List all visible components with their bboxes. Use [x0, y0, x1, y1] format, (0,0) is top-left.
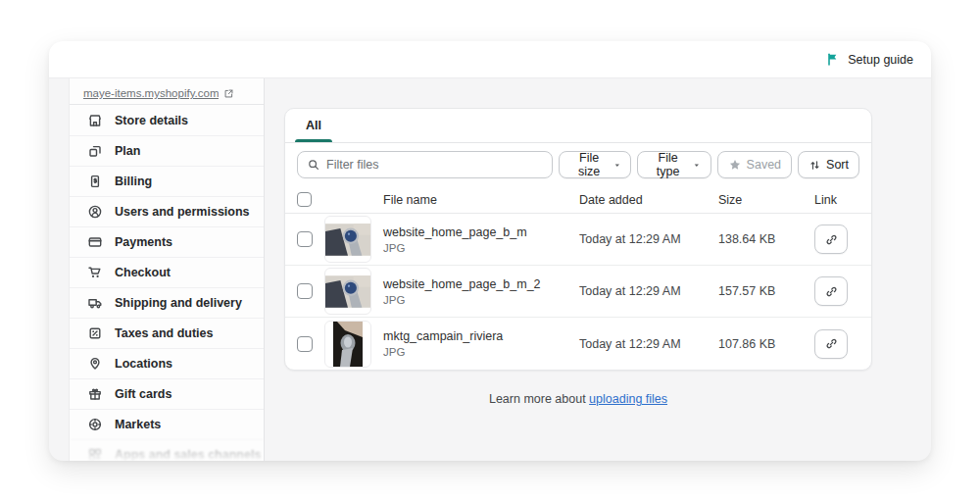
sidebar-item-label: Apps and sales channels — [115, 448, 261, 461]
tab-all-label: All — [306, 119, 321, 132]
copy-link-button[interactable] — [814, 276, 848, 306]
file-thumbnail-jewelry[interactable] — [324, 321, 371, 368]
top-bar: Setup guide — [49, 41, 931, 78]
sidebar-item-gift-cards[interactable]: Gift cards — [70, 378, 264, 409]
file-size: 157.57 KB — [718, 284, 814, 298]
tab-all[interactable]: All — [295, 109, 332, 142]
chevron-down-icon — [613, 161, 621, 170]
sidebar-item-label: Users and permissions — [115, 205, 250, 219]
file-size-label: File size — [569, 151, 608, 178]
date-added: Today at 12:29 AM — [579, 284, 718, 298]
row-checkbox[interactable] — [297, 283, 313, 299]
billing-icon — [87, 174, 103, 189]
store-domain-link[interactable]: maye-items.myshopify.com — [83, 87, 219, 99]
copy-link-button[interactable] — [814, 225, 848, 254]
gift-icon — [87, 386, 103, 402]
sidebar-item-taxes-duties[interactable]: Taxes and duties — [70, 318, 264, 348]
external-link-icon — [223, 88, 234, 99]
file-type-label: File type — [648, 151, 687, 178]
credit-card-icon — [87, 234, 103, 250]
file-size: 107.86 KB — [718, 337, 814, 351]
files-tabs: All — [285, 109, 871, 143]
workspace: maye-items.myshopify.com Store details — [49, 78, 931, 461]
table-row[interactable]: mktg_campain_riviera JPG Today at 12:29 … — [285, 318, 871, 370]
link-icon — [824, 232, 839, 247]
file-name: mktg_campain_riviera — [383, 329, 571, 343]
page: Setup guide maye-items.myshopify.com S — [0, 0, 980, 499]
row-checkbox[interactable] — [297, 336, 313, 352]
sidebar-item-label: Gift cards — [115, 387, 172, 401]
apps-icon — [87, 447, 103, 461]
percent-icon — [87, 325, 103, 341]
col-size: Size — [718, 193, 814, 207]
cart-icon — [87, 265, 103, 280]
sidebar-item-label: Billing — [115, 175, 152, 188]
sidebar-item-label: Store details — [115, 114, 188, 127]
sidebar-item-plan[interactable]: Plan — [70, 135, 264, 166]
file-type-filter-button[interactable]: File type — [637, 151, 710, 178]
sidebar-item-label: Payments — [115, 235, 172, 249]
file-type: JPG — [383, 294, 571, 306]
footer-help-text: Learn more about uploading files — [284, 392, 872, 406]
col-date-added: Date added — [579, 193, 718, 207]
sidebar-item-label: Locations — [115, 357, 172, 371]
file-name: website_home_page_b_m — [383, 225, 571, 239]
date-added: Today at 12:29 AM — [579, 337, 718, 351]
col-link: Link — [814, 193, 859, 207]
sidebar-item-label: Checkout — [115, 266, 171, 279]
saved-filters-button[interactable]: Saved — [717, 151, 792, 178]
copy-link-button[interactable] — [814, 329, 848, 359]
setup-guide-label: Setup guide — [848, 53, 913, 67]
sidebar-item-users-permissions[interactable]: Users and permissions — [70, 196, 264, 226]
sidebar-item-billing[interactable]: Billing — [70, 166, 264, 196]
jewelry-photo — [333, 322, 363, 367]
table-header: File name Date added Size Link — [285, 186, 871, 214]
search-icon — [307, 158, 320, 172]
sidebar-item-label: Taxes and duties — [115, 326, 214, 340]
footer-text: Learn more about — [489, 392, 589, 406]
sort-button[interactable]: Sort — [798, 151, 859, 178]
filter-toolbar: File size File type Saved — [285, 143, 871, 186]
file-thumbnail-wristwatch[interactable] — [324, 268, 371, 315]
select-all-checkbox[interactable] — [297, 192, 312, 207]
sidebar-item-payments[interactable]: Payments — [70, 226, 264, 257]
star-icon — [728, 158, 742, 172]
sort-label: Sort — [826, 158, 849, 172]
col-file-name: File name — [383, 193, 579, 207]
file-thumbnail-wristwatch[interactable] — [324, 216, 371, 263]
files-panel: All File size File type — [284, 108, 872, 371]
wristwatch-photo — [325, 224, 370, 256]
sidebar-item-locations[interactable]: Locations — [70, 348, 264, 378]
uploading-files-link[interactable]: uploading files — [589, 392, 667, 406]
flag-icon — [826, 52, 841, 67]
truck-icon — [87, 295, 103, 311]
sidebar-item-label: Plan — [115, 144, 140, 158]
admin-window: Setup guide maye-items.myshopify.com S — [49, 41, 931, 461]
file-size: 138.64 KB — [718, 232, 814, 246]
file-size-filter-button[interactable]: File size — [559, 151, 631, 178]
link-icon — [824, 336, 839, 351]
file-type: JPG — [383, 242, 571, 254]
filter-files-input[interactable] — [326, 158, 543, 172]
table-row[interactable]: website_home_page_b_m_2 JPG Today at 12:… — [285, 266, 871, 318]
plan-icon — [87, 143, 103, 159]
globe-icon — [87, 417, 103, 432]
sidebar-item-label: Shipping and delivery — [115, 296, 242, 310]
filter-files-searchbox[interactable] — [297, 151, 553, 178]
link-icon — [824, 284, 839, 299]
pin-icon — [87, 356, 103, 372]
row-checkbox[interactable] — [297, 231, 313, 247]
settings-nav: Store details Plan Billing — [70, 105, 264, 461]
sidebar-item-shipping-delivery[interactable]: Shipping and delivery — [70, 287, 264, 318]
sidebar-item-apps-sales-channels[interactable]: Apps and sales channels — [70, 439, 264, 461]
store-domain-row: maye-items.myshopify.com — [70, 78, 264, 105]
settings-sidebar: maye-items.myshopify.com Store details — [69, 78, 265, 461]
table-row[interactable]: website_home_page_b_m JPG Today at 12:29… — [285, 214, 871, 266]
setup-guide-button[interactable]: Setup guide — [826, 52, 913, 67]
file-type: JPG — [383, 346, 571, 358]
storefront-icon — [87, 113, 103, 128]
sidebar-item-markets[interactable]: Markets — [70, 409, 264, 439]
sidebar-item-label: Markets — [115, 418, 161, 431]
sidebar-item-checkout[interactable]: Checkout — [70, 257, 264, 287]
sidebar-item-store-details[interactable]: Store details — [70, 105, 264, 135]
